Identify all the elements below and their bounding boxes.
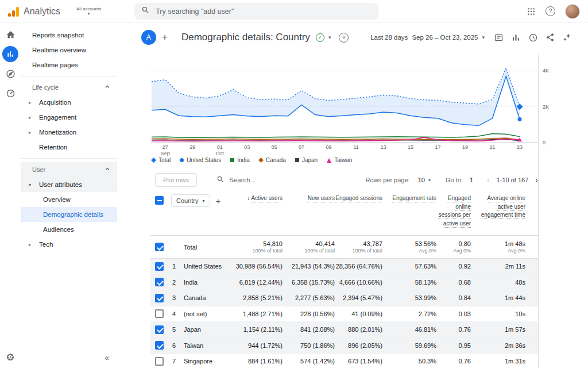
metric-cell: 2m 36s <box>471 342 525 349</box>
global-search[interactable] <box>134 3 378 20</box>
search-icon <box>216 175 225 185</box>
row-checkbox[interactable] <box>155 357 164 366</box>
column-header[interactable]: ↓ Active users <box>229 194 283 203</box>
table-row[interactable]: 3Canada2,858 (5.21%)2,277 (5.63%)2,394 (… <box>150 290 538 306</box>
chart-legend: TotalUnited StatesIndiaCanadaJapanTaiwan <box>152 157 352 163</box>
global-search-input[interactable] <box>156 7 351 16</box>
total-metric-cell: 43,787100% of total <box>335 240 382 254</box>
chart-y-axis: 02K4K <box>543 55 560 143</box>
apps-grid-icon[interactable] <box>527 7 536 16</box>
dimension-selector[interactable]: Country▾ <box>171 194 210 207</box>
total-row-checkbox[interactable] <box>155 243 164 251</box>
insights-icon[interactable] <box>562 33 572 43</box>
column-header[interactable]: Engaged sessions <box>335 194 382 203</box>
help-icon[interactable]: ? <box>546 6 555 16</box>
table-row[interactable]: 2India6,819 (12.44%)6,358 (15.73%)4,666 … <box>150 275 538 291</box>
advertising-icon[interactable] <box>2 85 18 101</box>
nav-user-attributes[interactable]: ▾User attributes <box>21 177 117 192</box>
column-header[interactable]: Average online active user engagement ti… <box>471 194 525 220</box>
row-checkbox[interactable] <box>155 294 164 302</box>
row-checkbox[interactable] <box>155 309 164 318</box>
table-row[interactable]: 7Singapore884 (1.61%)574 (1.42%)673 (1.5… <box>150 354 538 368</box>
table-row[interactable]: 6Taiwan944 (1.72%)750 (1.86%)896 (2.05%)… <box>150 338 538 354</box>
metric-cell: 0.76 <box>436 358 471 365</box>
metric-cell: 896 (2.05%) <box>335 342 382 349</box>
metric-cell: 841 (2.08%) <box>283 326 335 333</box>
nav-realtime-pages[interactable]: Realtime pages <box>21 57 117 72</box>
column-header[interactable]: Engagement rate <box>382 194 436 203</box>
x-tick-label: 27Sep <box>161 144 170 158</box>
column-header[interactable]: Engaged online sessions per active user <box>436 194 471 228</box>
nav-monetization[interactable]: ▸Monetization <box>21 125 117 140</box>
note-icon[interactable] <box>494 33 504 43</box>
go-to-label: Go to: <box>446 177 463 183</box>
x-tick-label: 09 <box>326 144 332 151</box>
go-to-page-input[interactable]: 1 <box>470 177 473 183</box>
row-checkbox[interactable] <box>155 341 164 350</box>
chevron-down-icon[interactable]: ▾ <box>328 34 331 40</box>
total-metric-cell: 0.80Avg 0% <box>436 240 471 254</box>
prev-page-button[interactable]: ‹ <box>487 175 490 185</box>
legend-item[interactable]: Total <box>152 157 171 163</box>
collapse-arrow-icon: ▾ <box>29 182 31 187</box>
legend-label: India <box>237 157 250 163</box>
legend-item[interactable]: India <box>230 157 250 163</box>
rows-per-page-select[interactable]: 10 ▾ <box>418 177 431 183</box>
metric-cell: 1,488 (2.71%) <box>229 310 283 317</box>
saved-check-icon: ✓ <box>316 33 324 42</box>
add-comparison-button[interactable]: + <box>162 32 168 43</box>
compare-icon[interactable] <box>511 33 521 43</box>
row-checkbox[interactable] <box>155 278 164 286</box>
column-header[interactable]: New users <box>283 194 335 203</box>
settings-gear-icon[interactable] <box>0 352 21 362</box>
table-row[interactable]: 1United States30,989 (56.54%)21,943 (54.… <box>150 259 538 275</box>
home-icon[interactable] <box>2 26 18 43</box>
select-all-checkbox[interactable] <box>155 196 164 205</box>
nav-retention[interactable]: Retention <box>21 140 117 155</box>
share-icon[interactable] <box>546 33 555 42</box>
table-search[interactable] <box>216 175 292 185</box>
nav-realtime-overview[interactable]: Realtime overview <box>21 43 117 57</box>
nav-audiences[interactable]: Audiences <box>21 222 117 237</box>
legend-item[interactable]: Japan <box>295 157 318 163</box>
metric-cell: 2m 11s <box>471 263 525 270</box>
metric-cell: 880 (2.01%) <box>335 326 382 333</box>
row-checkbox[interactable] <box>155 262 164 271</box>
chevron-down-icon: ▾ <box>482 34 485 40</box>
nav-label: Engagement <box>39 114 76 121</box>
collapse-sidebar-button[interactable]: « <box>105 353 109 362</box>
add-dimension-button[interactable]: + <box>216 196 221 206</box>
clock-icon[interactable] <box>528 33 538 43</box>
comparison-chip[interactable]: A <box>141 30 156 45</box>
chart-x-axis: 27Sep2901Oct0305070911131517192123 <box>150 144 538 157</box>
reports-icon[interactable] <box>2 46 18 62</box>
plot-rows-button[interactable]: Plot rows <box>155 173 197 187</box>
nav-demographic-details[interactable]: Demographic details <box>21 207 117 222</box>
explore-icon[interactable] <box>2 66 18 82</box>
nav-section-user[interactable]: User <box>21 162 117 177</box>
nav-engagement[interactable]: ▸Engagement <box>21 110 117 125</box>
date-range-picker[interactable]: Last 28 days Sep 26 – Oct 23, 2025 ▾ <box>370 34 485 41</box>
metric-cell: 0.03 <box>436 310 471 317</box>
table-search-input[interactable] <box>229 177 292 183</box>
account-switcher[interactable]: All accounts ▾ <box>76 6 101 16</box>
nav-reports-snapshot[interactable]: Reports snapshot <box>21 28 117 43</box>
legend-item[interactable]: Canada <box>259 157 286 163</box>
table-row[interactable]: 5Japan1,154 (2.11%)841 (2.08%)880 (2.01%… <box>150 322 538 338</box>
legend-item[interactable]: United States <box>180 157 221 163</box>
chevron-down-icon: ▾ <box>203 198 205 204</box>
table-row[interactable]: 4(not set)1,488 (2.71%)228 (0.56%)41 (0.… <box>150 306 538 323</box>
legend-marker <box>327 158 331 163</box>
x-tick-label: 13 <box>381 144 386 151</box>
legend-marker <box>295 158 299 162</box>
legend-item[interactable]: Taiwan <box>327 157 352 163</box>
add-report-button[interactable]: + <box>339 33 349 43</box>
row-checkbox[interactable] <box>155 325 164 334</box>
nav-overview[interactable]: Overview <box>21 192 117 207</box>
nav-tech[interactable]: ▸Tech <box>21 237 117 252</box>
legend-label: Canada <box>266 157 286 163</box>
nav-section-lifecycle[interactable]: Life cycle <box>21 80 117 95</box>
sort-desc-icon: ↓ <box>247 195 250 201</box>
avatar[interactable] <box>565 4 580 19</box>
nav-acquisition[interactable]: ▸Acquisition <box>21 95 117 110</box>
